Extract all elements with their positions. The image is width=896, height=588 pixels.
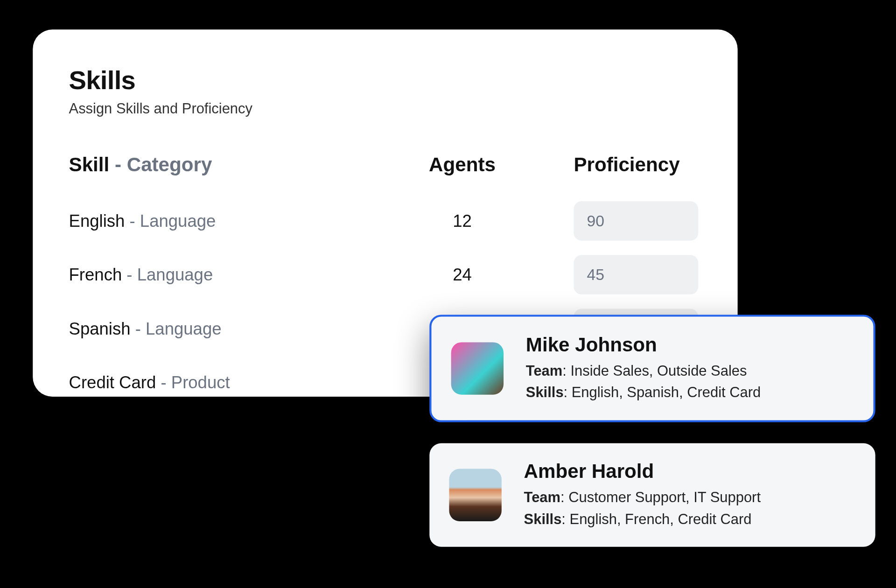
agent-team-line: Team: Customer Support, IT Support: [524, 487, 856, 508]
skill-cell: English - Language: [69, 211, 364, 231]
skill-sep: -: [125, 211, 140, 231]
col-header-proficiency: Proficiency: [560, 154, 701, 176]
team-value: : Customer Support, IT Support: [560, 489, 761, 505]
skill-name: Credit Card: [69, 372, 156, 392]
avatar: [451, 342, 504, 394]
proficiency-input[interactable]: [574, 255, 698, 294]
proficiency-cell: [560, 201, 701, 240]
col-header-category-text: Category: [127, 154, 212, 175]
skill-category: Product: [171, 372, 230, 392]
skill-name: Spanish: [69, 318, 131, 338]
col-header-skill-text: Skill: [69, 154, 110, 175]
skill-sep: -: [122, 265, 137, 284]
agent-name: Mike Johnson: [526, 334, 854, 356]
agent-name: Amber Harold: [524, 460, 856, 483]
team-label: Team: [524, 489, 560, 505]
agents-count: 12: [364, 211, 561, 231]
skill-category: Language: [146, 318, 222, 338]
agent-skills-line: Skills: English, French, Credit Card: [524, 508, 856, 530]
agent-team-line: Team: Inside Sales, Outside Sales: [526, 360, 854, 381]
page-title: Skills: [69, 66, 702, 95]
table-header: Skill - Category Agents Proficiency: [69, 154, 702, 176]
skill-category: Language: [140, 211, 216, 231]
skill-cell: French - Language: [69, 265, 364, 285]
col-header-skill: Skill - Category: [69, 154, 364, 176]
agents-overlay: Mike JohnsonTeam: Inside Sales, Outside …: [429, 315, 875, 567]
agent-info: Mike JohnsonTeam: Inside Sales, Outside …: [526, 334, 854, 403]
skills-label: Skills: [524, 511, 562, 527]
skills-value: : English, Spanish, Credit Card: [564, 384, 761, 400]
page-subtitle: Assign Skills and Proficiency: [69, 100, 702, 118]
skill-category: Language: [137, 265, 213, 284]
proficiency-cell: [560, 255, 701, 294]
skill-cell: Spanish - Language: [69, 318, 364, 339]
avatar: [449, 469, 501, 521]
agents-count: 24: [364, 265, 561, 285]
proficiency-input[interactable]: [574, 201, 698, 240]
team-label: Team: [526, 363, 562, 379]
skills-label: Skills: [526, 384, 564, 400]
agent-info: Amber HaroldTeam: Customer Support, IT S…: [524, 460, 856, 530]
team-value: : Inside Sales, Outside Sales: [562, 363, 747, 379]
skills-value: : English, French, Credit Card: [561, 511, 751, 527]
skill-sep: -: [131, 318, 146, 338]
table-row: English - Language12: [69, 194, 702, 248]
agent-skills-line: Skills: English, Spanish, Credit Card: [526, 382, 854, 403]
agent-card[interactable]: Amber HaroldTeam: Customer Support, IT S…: [429, 443, 875, 547]
skill-name: French: [69, 265, 122, 284]
col-header-skill-sep: -: [109, 154, 126, 175]
skill-name: English: [69, 211, 125, 231]
agent-card[interactable]: Mike JohnsonTeam: Inside Sales, Outside …: [429, 315, 875, 422]
table-row: French - Language24: [69, 248, 702, 301]
skill-cell: Credit Card - Product: [69, 372, 364, 392]
col-header-agents: Agents: [364, 154, 561, 176]
skill-sep: -: [156, 372, 171, 392]
